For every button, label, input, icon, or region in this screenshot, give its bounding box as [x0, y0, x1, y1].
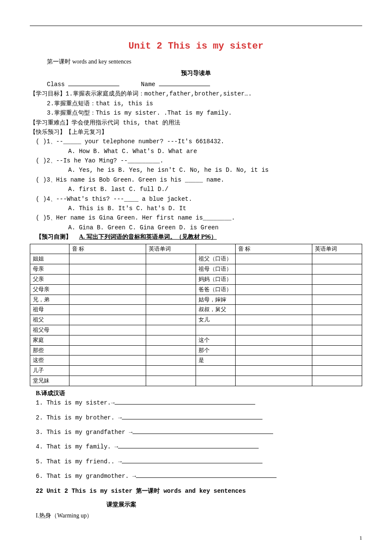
vocab-cell: 祖父母	[30, 325, 69, 335]
header-phonetic-right: 音 标	[235, 244, 312, 254]
vocab-cell[interactable]	[146, 295, 196, 305]
preview-heading: 预习导读单	[30, 69, 362, 78]
vocab-cell[interactable]	[312, 315, 362, 325]
vocab-table: 音 标 英语单词 音 标 英语单词 姐姐祖父（口语） 母亲祖母（口语） 父亲妈妈…	[30, 244, 362, 386]
vocab-cell[interactable]	[146, 264, 196, 275]
vocab-cell[interactable]	[146, 275, 196, 285]
class-blank[interactable]	[68, 80, 119, 86]
vocab-cell	[196, 376, 235, 386]
translate-1-blank[interactable]	[115, 399, 255, 405]
section-b: B.译成汉语	[36, 389, 362, 398]
goal-1: 1.掌握表示家庭成员的单词：mother,father,brother,sist…	[66, 90, 252, 97]
vocab-cell: 那些	[30, 345, 69, 356]
vocab-cell: 姑母，婶婶	[196, 295, 235, 305]
vocab-cell[interactable]	[235, 275, 312, 285]
name-blank[interactable]	[159, 80, 210, 86]
question-1: ( )1、--_____ your telephone number? ---I…	[36, 137, 362, 146]
translate-4-text: 4. That is my family. →	[36, 443, 118, 450]
page-number: 1	[30, 534, 362, 543]
question-5: ( )5、Her name is Gina Green. Her first n…	[36, 213, 362, 223]
vocab-cell[interactable]	[312, 376, 362, 386]
vocab-cell[interactable]	[235, 356, 312, 366]
translate-3-blank[interactable]	[133, 428, 273, 434]
vocab-cell[interactable]	[312, 345, 362, 356]
translate-6: 6. That is my grandmother. →	[36, 471, 362, 481]
vocab-cell: 祖父（口语）	[196, 254, 235, 264]
vocab-cell[interactable]	[69, 335, 146, 345]
vocab-cell[interactable]	[69, 305, 146, 315]
vocab-cell: 父母亲	[30, 284, 69, 295]
translate-3-text: 3. This is my grandfather →	[36, 429, 133, 436]
vocab-cell[interactable]	[146, 345, 196, 356]
name-label: Name	[141, 81, 156, 88]
vocab-cell[interactable]	[146, 254, 196, 264]
vocab-cell[interactable]	[235, 295, 312, 305]
vocab-cell[interactable]	[146, 356, 196, 366]
vocab-cell[interactable]	[69, 325, 146, 335]
vocab-cell[interactable]	[69, 366, 146, 376]
vocab-cell[interactable]	[312, 325, 362, 335]
vocab-cell[interactable]	[69, 264, 146, 275]
vocab-cell[interactable]	[69, 315, 146, 325]
page-title: Unit 2 This is my sister	[30, 39, 362, 54]
vocab-cell[interactable]	[235, 284, 312, 295]
vocab-cell[interactable]	[235, 376, 312, 386]
vocab-cell[interactable]	[69, 295, 146, 305]
translate-5-blank[interactable]	[122, 458, 262, 463]
vocab-cell[interactable]	[146, 366, 196, 376]
vocab-cell[interactable]	[69, 284, 146, 295]
vocab-cell	[196, 325, 235, 335]
vocab-cell[interactable]	[69, 345, 146, 356]
vocab-cell[interactable]	[312, 275, 362, 285]
header-word-right: 英语单词	[312, 244, 362, 254]
header-blank-left	[30, 244, 69, 254]
self-test-label: 【预习自测】	[36, 234, 72, 240]
vocab-cell[interactable]	[235, 366, 312, 376]
vocab-cell: 那个	[196, 345, 235, 356]
vocab-cell[interactable]	[69, 356, 146, 366]
self-test-a: A. 写出下列词语的音标和英语单词。（见教材 P96）	[79, 234, 217, 240]
question-2-opts: A. Yes, he is B. Yes, he isn't C. No, he…	[68, 165, 362, 175]
vocab-cell[interactable]	[312, 284, 362, 295]
vocab-cell: 家庭	[30, 335, 69, 345]
translate-2-blank[interactable]	[122, 414, 262, 419]
vocab-cell: 儿子	[30, 366, 69, 376]
question-3-opts: A. first B. last C. full D./	[68, 185, 362, 194]
focus-text: 学会使用指示代词 this, that 的用法	[72, 119, 180, 126]
vocab-cell[interactable]	[146, 335, 196, 345]
vocab-cell[interactable]	[69, 254, 146, 264]
vocab-cell[interactable]	[235, 315, 312, 325]
vocab-cell[interactable]	[235, 345, 312, 356]
vocab-cell[interactable]	[69, 376, 146, 386]
vocab-cell[interactable]	[312, 305, 362, 315]
vocab-cell[interactable]	[312, 356, 362, 366]
vocab-cell[interactable]	[235, 305, 312, 315]
vocab-cell[interactable]	[312, 366, 362, 376]
vocab-cell[interactable]	[312, 254, 362, 264]
vocab-cell[interactable]	[235, 254, 312, 264]
review-label: 【上单元复习】	[66, 129, 107, 135]
vocab-cell[interactable]	[146, 315, 196, 325]
vocab-cell: 爸爸（口语）	[196, 284, 235, 295]
focus-label: 【学习重难点】	[30, 119, 72, 126]
vocab-cell[interactable]	[69, 275, 146, 285]
vocab-cell[interactable]	[235, 335, 312, 345]
vocab-cell: 祖母（口语）	[196, 264, 235, 275]
vocab-cell[interactable]	[146, 325, 196, 335]
vocab-cell[interactable]	[235, 264, 312, 275]
translate-6-blank[interactable]	[136, 472, 277, 478]
vocab-cell: 兄，弟	[30, 295, 69, 305]
vocab-cell: 叔叔，舅父	[196, 305, 235, 315]
vocab-cell[interactable]	[146, 284, 196, 295]
vocab-cell[interactable]	[312, 264, 362, 275]
vocab-cell: 堂兄妹	[30, 376, 69, 386]
vocab-cell[interactable]	[312, 295, 362, 305]
vocab-cell: 女儿	[196, 315, 235, 325]
vocab-cell[interactable]	[146, 376, 196, 386]
translate-4-blank[interactable]	[118, 443, 259, 448]
translate-2-text: 2. This is my brother. →	[36, 414, 122, 421]
vocab-cell[interactable]	[312, 335, 362, 345]
vocab-cell[interactable]	[235, 325, 312, 335]
vocab-cell[interactable]	[146, 305, 196, 315]
translate-3: 3. This is my grandfather →	[36, 428, 362, 437]
